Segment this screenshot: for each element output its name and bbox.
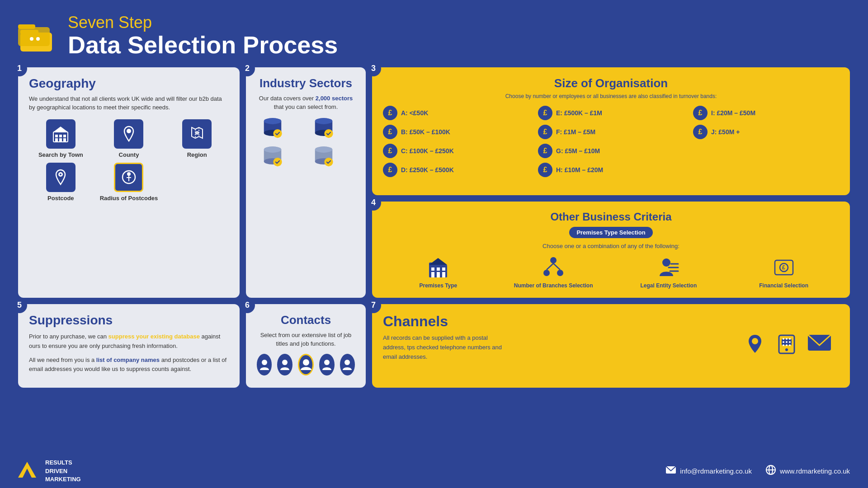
other-branches: Number of Branches Selection bbox=[498, 255, 609, 289]
step4-badge: 4 bbox=[366, 195, 381, 211]
band-h: £H: £10M – £20M bbox=[538, 163, 684, 177]
pound-j: £ bbox=[693, 125, 708, 139]
band-a-label: A: <£50K bbox=[401, 109, 428, 117]
band-f: £F: £1M – £5M bbox=[538, 125, 684, 139]
band-empty1 bbox=[693, 144, 839, 158]
step5-badge: 5 bbox=[12, 298, 27, 313]
step3-size: 3 Size of Organisation Choose by number … bbox=[372, 67, 850, 195]
geo-icon-region: Region bbox=[165, 119, 229, 158]
footer-website-text: www.rdmarketing.co.uk bbox=[780, 467, 850, 475]
pound-h: £ bbox=[538, 163, 552, 177]
footer-email: info@rdmarketing.co.uk bbox=[665, 465, 752, 477]
svg-point-4 bbox=[30, 37, 33, 41]
postcode-label: Postcode bbox=[47, 195, 74, 202]
svg-point-80 bbox=[789, 344, 791, 346]
step7-description: All records can be supplied with a posta… bbox=[383, 333, 509, 361]
legal-label: Legal Entity Selection bbox=[641, 282, 697, 289]
svg-point-52 bbox=[543, 270, 550, 276]
footer-email-text: info@rdmarketing.co.uk bbox=[680, 467, 752, 475]
svg-point-51 bbox=[550, 257, 557, 263]
svg-rect-3 bbox=[18, 24, 35, 29]
contact-person-1 bbox=[257, 354, 272, 375]
band-j-label: J: £50M + bbox=[711, 128, 740, 136]
svg-point-30 bbox=[315, 118, 332, 124]
list-highlight: list of company names bbox=[96, 357, 160, 363]
band-b: £B: £50K – £100K bbox=[383, 125, 529, 139]
contact-person-5 bbox=[340, 354, 355, 375]
svg-point-71 bbox=[785, 348, 788, 351]
band-g-label: G: £5M – £10M bbox=[556, 147, 600, 155]
svg-point-40 bbox=[315, 146, 332, 153]
pound-b: £ bbox=[383, 125, 397, 139]
svg-marker-50 bbox=[429, 258, 447, 265]
band-i: £I: £20M – £50M bbox=[693, 106, 839, 120]
contact-person-3 bbox=[298, 354, 314, 375]
geo-icon-radius: Radius of Postcodes bbox=[97, 163, 161, 202]
db-icon-4 bbox=[308, 145, 340, 169]
financial-icon: £ bbox=[771, 255, 796, 280]
svg-rect-46 bbox=[442, 267, 445, 271]
svg-marker-13 bbox=[53, 127, 68, 132]
svg-point-73 bbox=[786, 338, 788, 340]
footer-logo: RESULTS DRIVEN MARKETING bbox=[18, 459, 81, 483]
svg-rect-9 bbox=[63, 135, 66, 137]
db-icon-2 bbox=[308, 116, 340, 141]
svg-rect-2 bbox=[18, 27, 50, 46]
town-icon bbox=[46, 119, 75, 149]
bottom-row: 5 Suppressions Prior to any purchase, we… bbox=[18, 304, 850, 388]
svg-point-17 bbox=[60, 174, 61, 175]
size-bands-grid: £A: <£50K £E: £500K – £1M £I: £20M – £50… bbox=[383, 106, 839, 177]
step5-para2: All we need from you is a list of compan… bbox=[29, 356, 229, 375]
svg-text:£: £ bbox=[782, 264, 785, 271]
cards-section: 1 Geography We understand that not all c… bbox=[0, 67, 868, 450]
premises-type-label: Premises Type bbox=[419, 282, 457, 289]
svg-line-54 bbox=[547, 263, 553, 270]
svg-rect-8 bbox=[59, 135, 62, 137]
band-e-label: E: £500K – £1M bbox=[556, 109, 602, 117]
header-icon bbox=[18, 19, 59, 53]
svg-rect-11 bbox=[59, 138, 62, 142]
svg-point-25 bbox=[264, 118, 282, 124]
footer-website: www.rdmarketing.co.uk bbox=[765, 465, 850, 478]
step1-badge: 1 bbox=[12, 61, 27, 76]
svg-rect-10 bbox=[55, 138, 58, 142]
page-wrapper: Seven Step Data Selection Process 1 Geog… bbox=[0, 0, 868, 488]
step4-other: 4 Other Business Criteria Premises Type … bbox=[372, 202, 850, 298]
db-icon-3 bbox=[257, 145, 288, 169]
band-empty2 bbox=[693, 163, 839, 177]
svg-point-76 bbox=[786, 341, 788, 343]
geo-icon-town: Search by Town bbox=[29, 119, 93, 158]
header: Seven Step Data Selection Process bbox=[0, 0, 868, 67]
band-e: £E: £500K – £1M bbox=[538, 106, 684, 120]
premises-icon bbox=[426, 255, 451, 280]
svg-rect-47 bbox=[431, 272, 434, 277]
svg-point-35 bbox=[264, 146, 282, 153]
svg-point-65 bbox=[303, 359, 309, 366]
svg-point-67 bbox=[344, 360, 350, 365]
svg-point-64 bbox=[282, 360, 288, 365]
premises-badge: Premises Type Selection bbox=[569, 227, 652, 238]
step2-badge: 2 bbox=[240, 61, 255, 76]
step6-badge: 6 bbox=[240, 298, 255, 313]
svg-rect-49 bbox=[442, 272, 445, 277]
step5-para1: Prior to any purchase, we can suppress y… bbox=[29, 332, 229, 351]
logo-line2: DRIVEN bbox=[45, 467, 81, 475]
step3-title: Size of Organisation bbox=[383, 76, 839, 90]
step6-title: Contacts bbox=[257, 313, 355, 327]
step3-description: Choose by number or employees or all bus… bbox=[383, 93, 839, 99]
right-column: 3 Size of Organisation Choose by number … bbox=[372, 67, 850, 298]
svg-marker-82 bbox=[18, 462, 36, 478]
header-title: Data Selection Process bbox=[68, 32, 338, 58]
step7-badge: 7 bbox=[366, 298, 381, 313]
svg-rect-45 bbox=[437, 267, 440, 271]
step6-contacts: 6 Contacts Select from our extensive lis… bbox=[246, 304, 366, 388]
footer: RESULTS DRIVEN MARKETING info@rdmarketin… bbox=[0, 454, 868, 488]
band-c-label: C: £100K – £250K bbox=[401, 147, 454, 155]
band-c: £C: £100K – £250K bbox=[383, 144, 529, 158]
step5-title: Suppressions bbox=[29, 313, 229, 328]
pound-a: £ bbox=[383, 106, 397, 120]
email-footer-icon bbox=[665, 465, 676, 477]
band-d-label: D: £250K – £500K bbox=[401, 166, 454, 174]
step3-badge: 3 bbox=[366, 61, 381, 76]
other-premises: Premises Type bbox=[383, 255, 494, 289]
